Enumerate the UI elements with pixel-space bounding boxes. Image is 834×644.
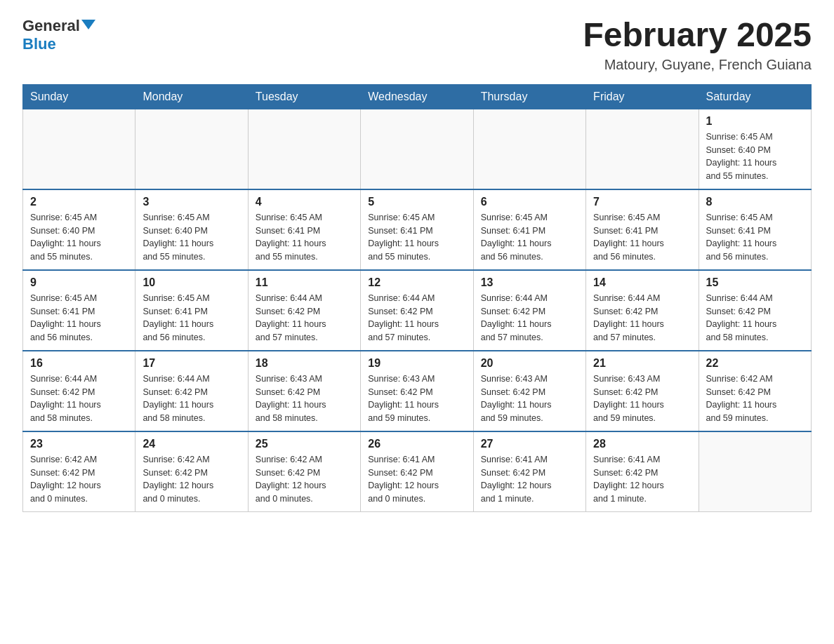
calendar-cell: 24Sunrise: 6:42 AMSunset: 6:42 PMDayligh… [135, 431, 248, 512]
calendar-cell: 5Sunrise: 6:45 AMSunset: 6:41 PMDaylight… [361, 189, 473, 270]
calendar-cell: 8Sunrise: 6:45 AMSunset: 6:41 PMDaylight… [699, 189, 811, 270]
weekday-saturday: Saturday [699, 84, 811, 109]
day-number: 7 [593, 196, 691, 208]
day-number: 8 [706, 196, 804, 208]
calendar-cell: 7Sunrise: 6:45 AMSunset: 6:41 PMDaylight… [586, 189, 699, 270]
day-info: Sunrise: 6:41 AMSunset: 6:42 PMDaylight:… [368, 453, 465, 506]
month-title: February 2025 [583, 17, 812, 54]
day-number: 20 [481, 357, 578, 370]
calendar-cell: 18Sunrise: 6:43 AMSunset: 6:42 PMDayligh… [248, 351, 360, 431]
day-info: Sunrise: 6:44 AMSunset: 6:42 PMDaylight:… [256, 292, 353, 344]
day-info: Sunrise: 6:45 AMSunset: 6:41 PMDaylight:… [481, 211, 578, 264]
day-info: Sunrise: 6:41 AMSunset: 6:42 PMDaylight:… [593, 453, 691, 506]
day-info: Sunrise: 6:43 AMSunset: 6:42 PMDaylight:… [256, 373, 353, 425]
week-row-1: 2Sunrise: 6:45 AMSunset: 6:40 PMDaylight… [23, 189, 812, 270]
page: General Blue February 2025 Matoury, Guya… [0, 0, 834, 535]
calendar-cell: 14Sunrise: 6:44 AMSunset: 6:42 PMDayligh… [586, 270, 699, 351]
day-number: 9 [30, 276, 128, 289]
day-number: 15 [706, 276, 804, 289]
day-info: Sunrise: 6:45 AMSunset: 6:40 PMDaylight:… [30, 211, 128, 264]
logo-triangle-icon [81, 20, 95, 29]
day-info: Sunrise: 6:42 AMSunset: 6:42 PMDaylight:… [706, 373, 804, 425]
day-number: 28 [593, 438, 691, 450]
weekday-sunday: Sunday [23, 84, 135, 109]
weekday-monday: Monday [135, 84, 248, 109]
calendar: SundayMondayTuesdayWednesdayThursdayFrid… [22, 84, 812, 512]
calendar-cell: 10Sunrise: 6:45 AMSunset: 6:41 PMDayligh… [135, 270, 248, 351]
day-info: Sunrise: 6:44 AMSunset: 6:42 PMDaylight:… [593, 292, 691, 344]
day-number: 10 [143, 276, 240, 289]
calendar-cell [699, 431, 811, 512]
header: General Blue February 2025 Matoury, Guya… [22, 17, 812, 73]
logo-blue-text: Blue [22, 35, 56, 53]
day-info: Sunrise: 6:42 AMSunset: 6:42 PMDaylight:… [256, 453, 353, 506]
weekday-wednesday: Wednesday [361, 84, 473, 109]
day-info: Sunrise: 6:44 AMSunset: 6:42 PMDaylight:… [30, 373, 128, 425]
calendar-cell: 16Sunrise: 6:44 AMSunset: 6:42 PMDayligh… [23, 351, 135, 431]
day-info: Sunrise: 6:44 AMSunset: 6:42 PMDaylight:… [143, 373, 240, 425]
day-info: Sunrise: 6:45 AMSunset: 6:41 PMDaylight:… [706, 211, 804, 264]
day-info: Sunrise: 6:45 AMSunset: 6:41 PMDaylight:… [368, 211, 465, 264]
day-number: 4 [256, 196, 353, 208]
calendar-cell: 6Sunrise: 6:45 AMSunset: 6:41 PMDaylight… [473, 189, 585, 270]
day-info: Sunrise: 6:45 AMSunset: 6:41 PMDaylight:… [143, 292, 240, 344]
calendar-cell: 15Sunrise: 6:44 AMSunset: 6:42 PMDayligh… [699, 270, 811, 351]
calendar-cell: 3Sunrise: 6:45 AMSunset: 6:40 PMDaylight… [135, 189, 248, 270]
calendar-cell: 4Sunrise: 6:45 AMSunset: 6:41 PMDaylight… [248, 189, 360, 270]
day-number: 26 [368, 438, 465, 450]
calendar-cell: 12Sunrise: 6:44 AMSunset: 6:42 PMDayligh… [361, 270, 473, 351]
calendar-cell: 9Sunrise: 6:45 AMSunset: 6:41 PMDaylight… [23, 270, 135, 351]
day-info: Sunrise: 6:43 AMSunset: 6:42 PMDaylight:… [481, 373, 578, 425]
calendar-cell: 19Sunrise: 6:43 AMSunset: 6:42 PMDayligh… [361, 351, 473, 431]
week-row-0: 1Sunrise: 6:45 AMSunset: 6:40 PMDaylight… [23, 109, 812, 189]
day-number: 18 [256, 357, 353, 370]
day-info: Sunrise: 6:45 AMSunset: 6:41 PMDaylight:… [256, 211, 353, 264]
day-number: 21 [593, 357, 691, 370]
calendar-cell [23, 109, 135, 189]
calendar-cell [135, 109, 248, 189]
calendar-cell: 27Sunrise: 6:41 AMSunset: 6:42 PMDayligh… [473, 431, 585, 512]
weekday-friday: Friday [586, 84, 699, 109]
title-block: February 2025 Matoury, Guyane, French Gu… [583, 17, 812, 73]
day-info: Sunrise: 6:44 AMSunset: 6:42 PMDaylight:… [368, 292, 465, 344]
day-number: 12 [368, 276, 465, 289]
calendar-cell: 22Sunrise: 6:42 AMSunset: 6:42 PMDayligh… [699, 351, 811, 431]
day-number: 24 [143, 438, 240, 450]
weekday-tuesday: Tuesday [248, 84, 360, 109]
calendar-cell: 20Sunrise: 6:43 AMSunset: 6:42 PMDayligh… [473, 351, 585, 431]
day-number: 22 [706, 357, 804, 370]
calendar-cell: 17Sunrise: 6:44 AMSunset: 6:42 PMDayligh… [135, 351, 248, 431]
day-number: 1 [706, 115, 804, 128]
logo: General Blue [22, 17, 95, 53]
calendar-cell: 25Sunrise: 6:42 AMSunset: 6:42 PMDayligh… [248, 431, 360, 512]
weekday-header-row: SundayMondayTuesdayWednesdayThursdayFrid… [23, 84, 812, 109]
day-info: Sunrise: 6:43 AMSunset: 6:42 PMDaylight:… [368, 373, 465, 425]
day-number: 17 [143, 357, 240, 370]
day-number: 2 [30, 196, 128, 208]
calendar-cell: 11Sunrise: 6:44 AMSunset: 6:42 PMDayligh… [248, 270, 360, 351]
day-info: Sunrise: 6:45 AMSunset: 6:41 PMDaylight:… [30, 292, 128, 344]
day-info: Sunrise: 6:44 AMSunset: 6:42 PMDaylight:… [481, 292, 578, 344]
calendar-cell: 1Sunrise: 6:45 AMSunset: 6:40 PMDaylight… [699, 109, 811, 189]
day-info: Sunrise: 6:45 AMSunset: 6:40 PMDaylight:… [706, 130, 804, 183]
calendar-cell: 23Sunrise: 6:42 AMSunset: 6:42 PMDayligh… [23, 431, 135, 512]
day-info: Sunrise: 6:41 AMSunset: 6:42 PMDaylight:… [481, 453, 578, 506]
day-number: 25 [256, 438, 353, 450]
day-number: 14 [593, 276, 691, 289]
day-info: Sunrise: 6:44 AMSunset: 6:42 PMDaylight:… [706, 292, 804, 344]
day-info: Sunrise: 6:42 AMSunset: 6:42 PMDaylight:… [143, 453, 240, 506]
week-row-4: 23Sunrise: 6:42 AMSunset: 6:42 PMDayligh… [23, 431, 812, 512]
calendar-cell [586, 109, 699, 189]
day-number: 19 [368, 357, 465, 370]
day-info: Sunrise: 6:43 AMSunset: 6:42 PMDaylight:… [593, 373, 691, 425]
calendar-cell: 13Sunrise: 6:44 AMSunset: 6:42 PMDayligh… [473, 270, 585, 351]
day-number: 27 [481, 438, 578, 450]
weekday-thursday: Thursday [473, 84, 585, 109]
calendar-cell [473, 109, 585, 189]
day-number: 13 [481, 276, 578, 289]
location-title: Matoury, Guyane, French Guiana [583, 57, 812, 73]
logo-general-text: General [22, 17, 80, 35]
calendar-cell [248, 109, 360, 189]
week-row-2: 9Sunrise: 6:45 AMSunset: 6:41 PMDaylight… [23, 270, 812, 351]
day-number: 6 [481, 196, 578, 208]
